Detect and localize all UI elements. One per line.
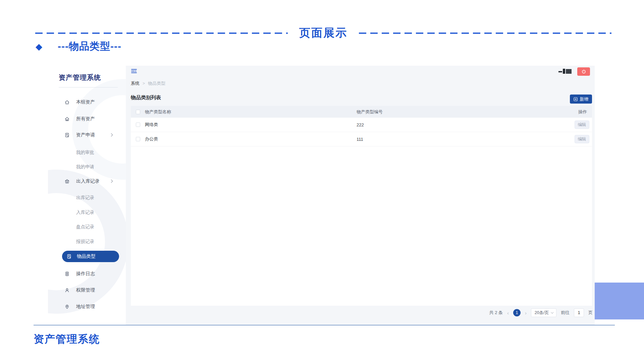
sidebar-collapse-icon[interactable] xyxy=(131,68,137,75)
breadcrumb: 系统 > 物品类型 xyxy=(131,80,165,86)
sidebar-item-operation-log[interactable]: 操作日志 xyxy=(48,268,126,280)
power-icon xyxy=(582,69,586,74)
app-logo-title: 资产管理系统 xyxy=(59,73,101,82)
bullet-heading: ---物品类型--- xyxy=(58,40,121,53)
item-type-icon xyxy=(66,253,72,259)
chevron-right-icon xyxy=(110,180,113,183)
goto-label: 前往 xyxy=(561,310,570,316)
table-header-row: 物产类型名称 物产类型编号 操作 xyxy=(131,106,592,118)
sidebar-item-address-mgmt[interactable]: 地址管理 xyxy=(48,301,126,312)
sidebar-item-group-assets[interactable]: 本组资产 xyxy=(48,97,126,108)
next-page-icon[interactable]: › xyxy=(525,310,527,315)
breadcrumb-separator: > xyxy=(143,81,145,86)
footer-title: 资产管理系统 xyxy=(34,332,100,346)
app-screenshot: 资产管理系统 本组资产 所有资产 资产申请 我的审批 我的申请 xyxy=(48,66,595,325)
sidebar-item-inout-records[interactable]: 出入库记录 xyxy=(48,176,126,187)
table-row: 网络类 222 编辑 xyxy=(131,118,592,132)
pagination: 共 2 条 ‹ 1 › 20条/页 前往 1 页 xyxy=(489,308,593,317)
row-checkbox[interactable] xyxy=(136,123,140,127)
apply-doc-icon xyxy=(64,132,70,138)
prev-page-icon[interactable]: ‹ xyxy=(507,310,509,315)
item-type-table: 物产类型名称 物产类型编号 操作 网络类 222 编辑 办公类 111 编辑 xyxy=(131,106,592,306)
bullet-row: ◆ ---物品类型--- xyxy=(36,40,121,53)
add-button-label: 新增 xyxy=(580,96,588,102)
building-icon xyxy=(64,116,70,122)
sidebar-divider xyxy=(59,87,118,87)
footer-divider xyxy=(34,325,615,325)
chevron-down-icon xyxy=(551,311,553,313)
sidebar-item-permission-mgmt[interactable]: 权限管理 xyxy=(48,285,126,296)
column-header-name: 物产类型名称 xyxy=(145,109,171,115)
cell-type-code: 111 xyxy=(357,137,363,142)
edit-button[interactable]: 编辑 xyxy=(575,121,589,129)
table-row: 办公类 111 编辑 xyxy=(131,132,592,146)
sidebar-item-damage-records[interactable]: 报损记录 xyxy=(48,236,126,247)
sidebar-item-my-requests[interactable]: 我的申请 xyxy=(48,161,126,173)
cell-type-code: 222 xyxy=(357,122,364,127)
sidebar: 资产管理系统 本组资产 所有资产 资产申请 我的审批 我的申请 xyxy=(48,66,126,325)
home-icon xyxy=(64,99,70,105)
redacted-username[interactable] xyxy=(558,68,574,74)
page-size-value: 20条/页 xyxy=(535,310,549,316)
diamond-bullet-icon: ◆ xyxy=(36,42,42,51)
location-icon xyxy=(64,304,70,310)
page-size-select[interactable]: 20条/页 xyxy=(531,308,556,317)
goto-page-input[interactable]: 1 xyxy=(574,308,584,317)
user-icon xyxy=(64,287,70,293)
sidebar-item-my-approvals[interactable]: 我的审批 xyxy=(48,147,126,158)
column-header-code: 物产类型编号 xyxy=(357,109,383,115)
sidebar-item-item-type-active[interactable]: 物品类型 xyxy=(62,251,119,262)
edit-button[interactable]: 编辑 xyxy=(575,135,589,143)
chevron-right-icon xyxy=(110,133,113,137)
sidebar-item-outbound-records[interactable]: 出库记录 xyxy=(48,192,126,203)
current-page-badge[interactable]: 1 xyxy=(513,309,521,316)
blue-decoration-rect xyxy=(595,283,644,319)
add-icon xyxy=(574,97,578,101)
warehouse-icon xyxy=(64,178,70,184)
breadcrumb-current: 物品类型 xyxy=(148,80,165,86)
row-checkbox[interactable] xyxy=(136,137,140,141)
breadcrumb-root[interactable]: 系统 xyxy=(131,80,140,86)
section-title: 物品类别列表 xyxy=(131,95,161,101)
cell-type-name: 网络类 xyxy=(145,122,158,128)
sidebar-item-inbound-records[interactable]: 入库记录 xyxy=(48,207,126,218)
pagination-total: 共 2 条 xyxy=(489,310,503,316)
select-all-checkbox[interactable] xyxy=(136,110,140,114)
sidebar-item-asset-apply[interactable]: 资产申请 xyxy=(48,129,126,141)
column-header-action: 操作 xyxy=(578,109,587,115)
sidebar-item-stocktake-records[interactable]: 盘点记录 xyxy=(48,221,126,233)
right-dashed-line xyxy=(359,33,611,34)
sidebar-item-all-assets[interactable]: 所有资产 xyxy=(48,113,126,125)
add-button[interactable]: 新增 xyxy=(570,95,592,104)
logout-button[interactable] xyxy=(577,67,590,76)
slide-title-row: 页面展示 xyxy=(35,25,611,41)
left-dashed-line xyxy=(35,33,288,34)
log-icon xyxy=(64,271,70,277)
main-area: 系统 > 物品类型 物品类别列表 新增 物产类型名称 物产类型编号 操作 网络类… xyxy=(126,66,595,325)
page-title: 页面展示 xyxy=(299,25,347,41)
cell-type-name: 办公类 xyxy=(145,136,158,142)
page-unit-label: 页 xyxy=(588,310,593,316)
